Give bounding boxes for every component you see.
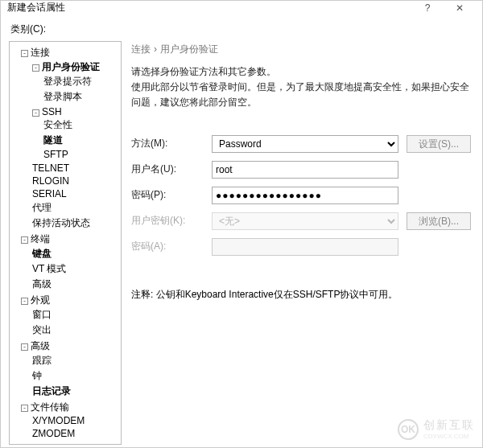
tree-highlight[interactable]: 突出: [32, 323, 121, 338]
tree-keepalive[interactable]: 保持活动状态: [32, 216, 121, 231]
watermark-sub: CDXWCX.COM: [423, 433, 475, 440]
description: 请选择身份验证方法和其它参数。 使用此部分以节省登录时间。但是，为了最大限度地提…: [128, 64, 474, 114]
desc-line2: 使用此部分以节省登录时间。但是，为了最大限度地提高安全性，如果担心安全问题，建议…: [131, 80, 471, 110]
right-panel: 连接›用户身份验证 请选择身份验证方法和其它参数。 使用此部分以节省登录时间。但…: [128, 41, 474, 445]
tree-file-transfer[interactable]: -文件传输 X/YMODEM ZMODEM: [21, 400, 121, 441]
password-input[interactable]: [212, 187, 398, 204]
tree-advanced[interactable]: -高级 跟踪 钟 日志记录: [21, 339, 121, 400]
tree-proxy[interactable]: 代理: [32, 200, 121, 216]
tree-connection[interactable]: -连接 -用户身份验证 登录提示符 登录脚本 -SSH: [21, 45, 121, 232]
tree-telnet[interactable]: TELNET: [32, 162, 121, 175]
breadcrumb: 连接›用户身份验证: [128, 41, 474, 64]
method-label: 方法(M):: [131, 137, 212, 150]
tree-login-hint[interactable]: 登录提示符: [43, 74, 121, 89]
tree-serial[interactable]: SERIAL: [32, 187, 121, 200]
category-label: 类别(C):: [9, 21, 474, 41]
tree-keyboard[interactable]: 键盘: [32, 246, 121, 261]
tree-ssh-tunnel[interactable]: 隧道: [43, 133, 121, 148]
tree-zmodem[interactable]: ZMODEM: [32, 427, 121, 440]
tree-vtmode[interactable]: VT 模式: [32, 261, 121, 277]
auth-form: 方法(M): Password 设置(S)... 用户名(U): 密码(P):: [128, 135, 474, 264]
userkey-select: <无>: [212, 212, 398, 230]
tree-login-script[interactable]: 登录脚本: [43, 89, 121, 105]
tree-bell[interactable]: 钟: [32, 368, 121, 384]
breadcrumb-a: 连接: [131, 43, 151, 55]
collapse-icon[interactable]: -: [21, 50, 28, 57]
body: -连接 -用户身份验证 登录提示符 登录脚本 -SSH: [9, 41, 474, 445]
collapse-icon[interactable]: -: [21, 405, 28, 412]
tree-term-adv[interactable]: 高级: [32, 277, 121, 292]
tree-xymodem[interactable]: X/YMODEM: [32, 414, 121, 427]
category-tree[interactable]: -连接 -用户身份验证 登录提示符 登录脚本 -SSH: [9, 41, 122, 445]
note-text: 注释: 公钥和Keyboard Interactive仅在SSH/SFTP协议中…: [128, 288, 474, 302]
userkey-label: 用户密钥(K):: [131, 214, 212, 228]
titlebar: 新建会话属性 ? ✕: [1, 1, 482, 14]
collapse-icon[interactable]: -: [32, 64, 39, 72]
close-button[interactable]: ✕: [444, 2, 476, 14]
watermark-logo-icon: OK: [398, 419, 419, 440]
desc-line1: 请选择身份验证方法和其它参数。: [131, 64, 471, 80]
dialog-footer: 连接 确定: [9, 445, 474, 448]
breadcrumb-b: 用户身份验证: [160, 43, 218, 55]
tree-rlogin[interactable]: RLOGIN: [32, 175, 121, 187]
passphrase-label: 密码(A):: [131, 240, 212, 253]
password-label: 密码(P):: [131, 188, 212, 202]
passphrase-input: [212, 238, 398, 256]
tree-ssh[interactable]: -SSH 安全性 隧道 SFTP: [32, 105, 121, 162]
method-select[interactable]: Password: [212, 135, 398, 153]
window-title: 新建会话属性: [7, 1, 411, 14]
tree-logging[interactable]: 日志记录: [32, 384, 121, 399]
tree-ssh-sftp[interactable]: SFTP: [43, 148, 121, 161]
watermark: OK 创新互联 CDXWCX.COM: [398, 418, 475, 440]
settings-button: 设置(S)...: [407, 135, 471, 153]
tree-appearance[interactable]: -外观 窗口 突出: [21, 293, 121, 339]
collapse-icon[interactable]: -: [21, 236, 28, 244]
tree-ssh-security[interactable]: 安全性: [43, 117, 121, 133]
chevron-right-icon: ›: [154, 43, 157, 55]
collapse-icon[interactable]: -: [21, 298, 28, 305]
tree-terminal[interactable]: -终端 键盘 VT 模式 高级: [21, 232, 121, 293]
tree-trace[interactable]: 跟踪: [32, 353, 121, 368]
tree-window[interactable]: 窗口: [32, 307, 121, 323]
client-area: 类别(C): -连接 -用户身份验证 登录提示符 登录脚本: [1, 14, 482, 448]
browse-button: 浏览(B)...: [407, 212, 471, 230]
username-input[interactable]: [212, 161, 398, 179]
username-label: 用户名(U):: [131, 162, 212, 176]
tree-user-auth[interactable]: -用户身份验证 登录提示符 登录脚本: [32, 60, 121, 105]
watermark-name: 创新互联: [423, 418, 475, 431]
collapse-icon[interactable]: -: [32, 109, 39, 117]
help-button[interactable]: ?: [411, 2, 444, 14]
dialog-window: 新建会话属性 ? ✕ 类别(C): -连接 -用户身份验证 登录提示符 登录脚本: [0, 0, 483, 448]
collapse-icon[interactable]: -: [21, 343, 28, 351]
